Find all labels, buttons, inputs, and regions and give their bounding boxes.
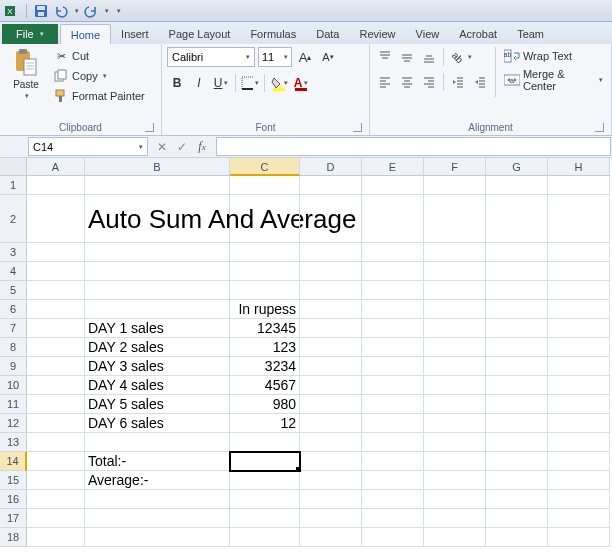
increase-indent-button[interactable]	[470, 72, 490, 92]
cell[interactable]	[486, 471, 548, 490]
cut-button[interactable]: ✂ Cut	[50, 47, 148, 65]
cell[interactable]	[27, 414, 85, 433]
row-header[interactable]: 5	[0, 281, 27, 300]
cell[interactable]	[424, 471, 486, 490]
decrease-indent-button[interactable]	[448, 72, 468, 92]
cell[interactable]	[362, 376, 424, 395]
cell[interactable]	[85, 281, 230, 300]
row-header[interactable]: 14	[0, 452, 27, 471]
cell[interactable]	[486, 490, 548, 509]
cell[interactable]	[27, 300, 85, 319]
font-name-select[interactable]: Calibri▾	[167, 47, 255, 67]
cell[interactable]	[362, 509, 424, 528]
file-tab[interactable]: File ▾	[2, 24, 58, 44]
shrink-font-button[interactable]: A▾	[318, 47, 338, 67]
col-header-a[interactable]: A	[27, 158, 85, 176]
tab-home[interactable]: Home	[60, 24, 111, 44]
cell[interactable]	[548, 528, 610, 547]
cell[interactable]	[300, 490, 362, 509]
row-header[interactable]: 12	[0, 414, 27, 433]
font-size-select[interactable]: 11▾	[258, 47, 292, 67]
cell[interactable]	[548, 243, 610, 262]
cell[interactable]: DAY 2 sales	[85, 338, 230, 357]
cell[interactable]	[486, 528, 548, 547]
redo-dropdown-icon[interactable]: ▾	[105, 7, 109, 15]
cell[interactable]: DAY 5 sales	[85, 395, 230, 414]
cell[interactable]	[85, 528, 230, 547]
cell[interactable]	[85, 176, 230, 195]
underline-button[interactable]: U▾	[211, 73, 231, 93]
cell[interactable]	[424, 509, 486, 528]
cell[interactable]: DAY 3 sales	[85, 357, 230, 376]
cell[interactable]	[486, 509, 548, 528]
col-header-c[interactable]: C	[230, 158, 300, 176]
cell[interactable]: DAY 1 sales	[85, 319, 230, 338]
cell[interactable]	[300, 300, 362, 319]
cell[interactable]	[27, 338, 85, 357]
cell[interactable]	[230, 433, 300, 452]
row-header[interactable]: 2	[0, 195, 27, 243]
cell[interactable]	[424, 281, 486, 300]
cell[interactable]: DAY 4 sales	[85, 376, 230, 395]
cell[interactable]	[362, 528, 424, 547]
cell[interactable]	[424, 433, 486, 452]
cell[interactable]	[486, 262, 548, 281]
row-header[interactable]: 7	[0, 319, 27, 338]
cell[interactable]	[486, 433, 548, 452]
cell[interactable]	[85, 262, 230, 281]
cell[interactable]	[548, 195, 610, 243]
tab-formulas[interactable]: Formulas	[240, 24, 306, 44]
cell[interactable]	[362, 281, 424, 300]
col-header-f[interactable]: F	[424, 158, 486, 176]
cell[interactable]: 12345	[230, 319, 300, 338]
cell[interactable]	[300, 338, 362, 357]
cell[interactable]	[230, 262, 300, 281]
cell[interactable]	[362, 471, 424, 490]
cell[interactable]	[486, 414, 548, 433]
cell[interactable]	[300, 319, 362, 338]
cell[interactable]	[300, 262, 362, 281]
cell[interactable]	[548, 433, 610, 452]
cell[interactable]: DAY 6 sales	[85, 414, 230, 433]
row-header[interactable]: 1	[0, 176, 27, 195]
cell[interactable]	[548, 376, 610, 395]
border-button[interactable]: ▾	[240, 73, 260, 93]
cell[interactable]: 123	[230, 338, 300, 357]
cell[interactable]	[27, 433, 85, 452]
cell[interactable]	[486, 357, 548, 376]
cell[interactable]	[85, 490, 230, 509]
cell[interactable]	[27, 195, 85, 243]
redo-icon[interactable]	[83, 3, 99, 19]
cell[interactable]	[486, 376, 548, 395]
row-header[interactable]: 6	[0, 300, 27, 319]
cell[interactable]	[27, 395, 85, 414]
align-center-button[interactable]	[397, 72, 417, 92]
cell[interactable]	[548, 319, 610, 338]
cell[interactable]	[300, 433, 362, 452]
cell[interactable]	[85, 243, 230, 262]
cell[interactable]	[424, 262, 486, 281]
cell[interactable]	[85, 433, 230, 452]
cell[interactable]	[362, 195, 424, 243]
cell[interactable]	[362, 319, 424, 338]
cell[interactable]	[230, 471, 300, 490]
fill-color-button[interactable]: ▾	[269, 73, 289, 93]
paste-button[interactable]: Paste ▾	[5, 47, 47, 100]
cell[interactable]	[548, 471, 610, 490]
cell[interactable]	[362, 338, 424, 357]
cell[interactable]	[300, 452, 362, 471]
cell[interactable]	[486, 452, 548, 471]
cell[interactable]	[230, 243, 300, 262]
cell[interactable]	[548, 300, 610, 319]
cell[interactable]	[27, 509, 85, 528]
cell[interactable]	[486, 281, 548, 300]
row-header[interactable]: 16	[0, 490, 27, 509]
cell[interactable]: Total:-	[85, 452, 230, 471]
row-header[interactable]: 18	[0, 528, 27, 547]
cell[interactable]	[27, 319, 85, 338]
align-right-button[interactable]	[419, 72, 439, 92]
cell[interactable]: 3234	[230, 357, 300, 376]
cell[interactable]	[486, 195, 548, 243]
col-header-d[interactable]: D	[300, 158, 362, 176]
cell[interactable]	[362, 490, 424, 509]
